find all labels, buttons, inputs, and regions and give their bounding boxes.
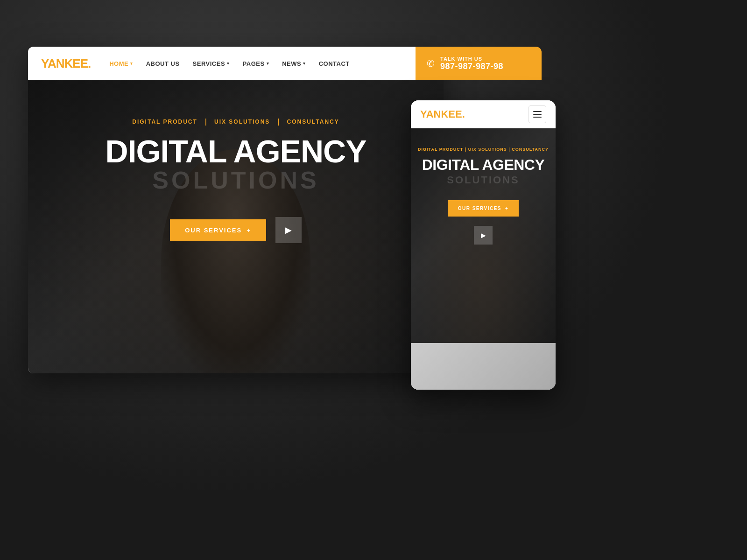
phone-icon: ✆ — [427, 58, 435, 69]
nav-link-services[interactable]: SERVICES ▾ — [193, 60, 230, 67]
hero-tags: DIGITAL PRODUCT | UIX SOLUTIONS | CONSUL… — [28, 118, 444, 126]
hero-content: DIGITAL PRODUCT | UIX SOLUTIONS | CONSUL… — [28, 80, 444, 243]
play-icon: ▶ — [285, 225, 292, 235]
mobile-hero-content: DIGITAL PRODUCT | UIX SOLUTIONS | CONSUL… — [411, 128, 556, 245]
hamburger-icon — [533, 111, 542, 118]
mobile-bottom-image — [411, 343, 556, 390]
mobile-logo[interactable]: YANKEE. — [420, 108, 465, 120]
mobile-play-icon: ▶ — [481, 231, 486, 239]
hero-divider-2: | — [277, 118, 279, 126]
hero-actions: OUR SERVICES + ▶ — [28, 217, 444, 243]
play-button[interactable]: ▶ — [275, 217, 302, 243]
desktop-mockup: YANKEE. HOME ▾ ABOUT US SERVICES ▾ PAGES… — [28, 47, 444, 373]
chevron-down-icon: ▾ — [267, 61, 269, 66]
mobile-hero-tags: DIGITAL PRODUCT | UIX SOLUTIONS | CONSUL… — [411, 147, 556, 152]
cta-text: TALK WITH US 987-987-987-98 — [440, 56, 503, 71]
chevron-down-icon: ▾ — [227, 61, 230, 66]
nav-link-about[interactable]: ABOUT US — [146, 60, 180, 67]
mobile-our-services-button[interactable]: OUR SERVICES + — [448, 200, 519, 217]
mobile-navbar: YANKEE. — [411, 100, 556, 128]
our-services-button[interactable]: OUR SERVICES + — [170, 219, 266, 241]
mobile-hero: DIGITAL PRODUCT | UIX SOLUTIONS | CONSUL… — [411, 128, 556, 343]
desktop-logo[interactable]: YANKEE. — [41, 56, 91, 71]
talk-label: TALK WITH US — [440, 56, 503, 62]
chevron-down-icon: ▾ — [130, 61, 133, 66]
hamburger-button[interactable] — [529, 105, 546, 123]
mobile-bottom-section — [411, 343, 556, 390]
desktop-nav-links: HOME ▾ ABOUT US SERVICES ▾ PAGES ▾ NEWS … — [109, 60, 421, 67]
mobile-hero-title: DIGITAL AGENCY — [411, 157, 556, 173]
nav-link-home[interactable]: HOME ▾ — [109, 60, 133, 67]
mobile-play-button[interactable]: ▶ — [474, 226, 493, 245]
hero-tag-1: DIGITAL PRODUCT — [132, 119, 197, 125]
chevron-down-icon: ▾ — [303, 61, 306, 66]
hero-subtitle: SOLUTIONS — [28, 167, 444, 194]
nav-link-contact[interactable]: CONTACT — [319, 60, 350, 67]
phone-number: 987-987-987-98 — [440, 62, 503, 71]
hero-tag-2: UIX SOLUTIONS — [214, 119, 270, 125]
desktop-hero: DIGITAL PRODUCT | UIX SOLUTIONS | CONSUL… — [28, 80, 444, 373]
desktop-cta-header: ✆ TALK WITH US 987-987-987-98 — [416, 47, 542, 80]
desktop-navbar: YANKEE. HOME ▾ ABOUT US SERVICES ▾ PAGES… — [28, 47, 444, 80]
mobile-hero-subtitle: SOLUTIONS — [411, 174, 556, 186]
hero-title: DIGITAL AGENCY — [28, 135, 444, 167]
hero-tag-3: CONSULTANCY — [287, 119, 339, 125]
nav-link-news[interactable]: NEWS ▾ — [282, 60, 306, 67]
nav-link-pages[interactable]: PAGES ▾ — [243, 60, 269, 67]
hero-divider-1: | — [205, 118, 207, 126]
mobile-mockup: YANKEE. DIGITAL PRODUCT | UIX SOLUTIONS … — [411, 100, 556, 390]
